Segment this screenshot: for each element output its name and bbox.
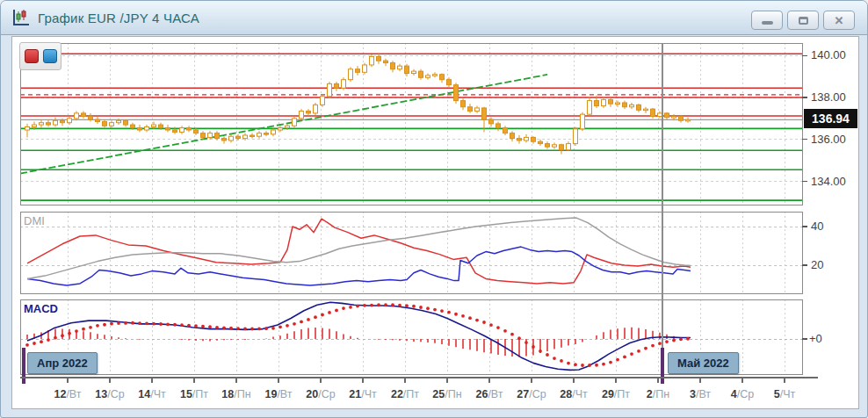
date-label: 19/Вт [256,388,301,400]
current-price-box: 136.94 [804,109,857,128]
date-label: 25/Пн [424,388,470,400]
date-label: 14/Чт [129,388,175,400]
close-icon: ✕ [835,15,844,26]
restore-icon [799,17,808,25]
price-axis-label: 136.00 [811,133,846,146]
blue-marker-button[interactable] [43,49,57,63]
date-label: 21/Чт [340,388,386,400]
chart-toolbar [19,42,61,70]
month-badge-may: Май 2022 [668,352,739,374]
date-label: 3/Вт [677,388,723,400]
date-label: 20/Ср [298,388,344,400]
date-label: 15/Пт [171,388,217,400]
titlebar[interactable]: График EUR /JPY 4 ЧАСА ✕ [1,1,867,35]
date-label: 4/Ср [720,388,765,400]
window-title: График EUR /JPY 4 ЧАСА [38,11,199,25]
date-label: 29/Пт [593,388,639,400]
price-axis-label: 134.00 [811,175,846,188]
date-label: 13/Ср [87,388,133,400]
close-button[interactable]: ✕ [823,11,855,30]
minimize-icon [762,21,773,25]
month-badge-april: Апр 2022 [27,352,98,374]
restore-button[interactable] [787,11,819,30]
date-label: 22/Пт [382,388,428,400]
date-label: 5/Чт [762,388,807,400]
minimize-button[interactable] [751,11,783,30]
date-label: 12/Вт [45,388,90,400]
date-label: 27/Ср [509,388,554,400]
candlestick-chart-icon [11,8,31,27]
red-marker-button[interactable] [25,49,39,63]
window-controls: ✕ [751,11,855,30]
macd-axis-label: +0 [809,332,822,345]
date-label: 26/Вт [467,388,512,400]
dmi-axis-label: 40 [811,220,823,233]
date-label: 28/Чт [551,388,597,400]
price-axis-label: 140.00 [811,48,846,61]
date-label: 18/Пн [213,388,259,400]
macd-panel-label: MACD [24,302,58,315]
price-axis-label: 138.00 [811,90,846,104]
date-label: 2/Пн [635,388,681,400]
chart-window: График EUR /JPY 4 ЧАСА ✕ DMI MACD Апр 20… [0,0,868,418]
dmi-axis-label: 20 [811,258,823,271]
dmi-panel-label: DMI [24,214,45,227]
